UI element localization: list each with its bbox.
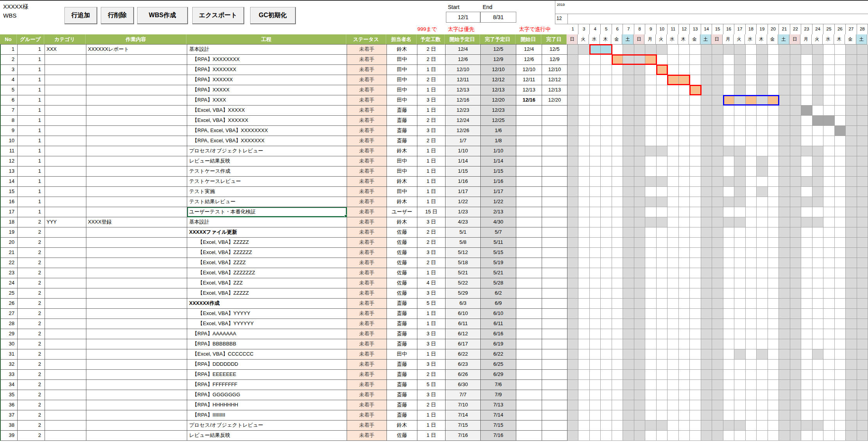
gantt-cell[interactable] [801,299,812,309]
gantt-cell[interactable] [623,309,634,319]
cell-plan-start[interactable]: 12/24 [446,116,481,126]
gantt-cell[interactable] [857,288,868,299]
gantt-cell[interactable] [634,95,645,106]
gantt-cell[interactable] [835,85,846,95]
gantt-cell[interactable] [823,410,834,421]
cell-plan-start[interactable]: 12/11 [446,75,481,85]
gantt-cell[interactable] [679,238,690,248]
gantt-cell[interactable] [578,268,589,278]
gantt-cell[interactable] [712,136,723,146]
cell-effort[interactable]: 2 日 [417,400,446,410]
gantt-cell[interactable] [768,370,779,380]
gantt-cell[interactable] [757,75,768,85]
cell-effort[interactable]: 1 日 [417,177,446,187]
gantt-cell[interactable] [712,390,723,400]
gantt-cell[interactable] [746,55,757,65]
gantt-cell[interactable] [835,248,846,258]
gantt-cell[interactable] [634,126,645,136]
cell-status[interactable]: 未着手 [347,136,387,146]
cell-work[interactable]: XXXX登録 [86,217,187,227]
gantt-cell[interactable] [723,349,734,360]
gantt-cell[interactable] [712,421,723,431]
cell-status[interactable]: 未着手 [347,329,387,339]
gantt-cell[interactable] [813,421,823,431]
cell-plan-start[interactable]: 5/21 [446,268,481,278]
gantt-cell[interactable] [813,248,823,258]
cell-group[interactable]: 1 [18,156,45,166]
cell-process[interactable]: 【RPA, Excel, VBA】XXXXXXXX [187,126,347,136]
gantt-cell[interactable] [790,136,801,146]
gantt-cell[interactable] [801,238,812,248]
gantt-cell[interactable] [857,65,868,75]
gantt-cell[interactable] [590,380,601,390]
gantt-cell[interactable] [790,248,801,258]
cell-actual-start[interactable] [516,166,542,177]
gantt-cell[interactable] [690,248,701,258]
gantt-cell[interactable] [623,360,634,370]
gantt-cell[interactable] [578,238,589,248]
gantt-cell[interactable] [645,400,656,410]
gantt-cell[interactable] [723,75,734,85]
cell-no[interactable]: 16 [1,197,18,207]
gantt-cell[interactable] [690,207,701,217]
gantt-cell[interactable] [690,217,701,227]
cell-status[interactable]: 未着手 [347,126,387,136]
cell-category[interactable] [45,288,86,299]
gantt-cell[interactable] [679,177,690,187]
gantt-cell[interactable] [679,55,690,65]
gantt-cell[interactable] [645,319,656,329]
gantt-cell[interactable] [601,299,612,309]
gantt-cell[interactable] [690,390,701,400]
cell-actual-end[interactable] [542,400,567,410]
gantt-cell[interactable] [657,146,668,156]
gantt-cell[interactable] [712,65,723,75]
cell-plan-end[interactable]: 6/11 [481,319,516,329]
gantt-cell[interactable] [590,329,601,339]
gantt-cell[interactable] [634,55,645,65]
cell-plan-end[interactable]: 1/8 [481,136,516,146]
cell-status[interactable]: 未着手 [347,45,387,55]
gantt-cell[interactable] [601,278,612,288]
gantt-cell[interactable] [779,227,790,238]
gantt-cell[interactable] [813,95,823,106]
gantt-cell[interactable] [590,146,601,156]
gantt-cell[interactable] [668,319,678,329]
cell-process[interactable]: 【Excel, VBA】CCCCCCC [187,349,347,360]
cell-category[interactable]: XXX [45,45,86,55]
gantt-cell[interactable] [612,360,623,370]
gantt-cell[interactable] [679,65,690,75]
gantt-cell[interactable] [857,238,868,248]
gantt-cell[interactable] [567,329,578,339]
gantt-cell[interactable] [846,431,857,441]
gantt-cell[interactable] [857,85,868,95]
cell-category[interactable] [45,268,86,278]
cell-category[interactable] [45,299,86,309]
gantt-cell[interactable] [645,370,656,380]
cell-work[interactable] [86,360,187,370]
gantt-cell[interactable] [823,431,834,441]
gantt-cell[interactable] [723,136,734,146]
gantt-cell[interactable] [813,136,823,146]
gantt-cell[interactable] [590,370,601,380]
cell-status[interactable]: 未着手 [347,380,387,390]
gantt-cell[interactable] [757,166,768,177]
cell-effort[interactable]: 15 日 [417,207,446,217]
cell-actual-end[interactable] [542,227,567,238]
gantt-cell[interactable] [857,217,868,227]
gantt-cell[interactable] [835,116,846,126]
gantt-cell[interactable] [612,85,623,95]
gantt-cell[interactable] [601,319,612,329]
cell-work[interactable] [86,410,187,421]
cell-status[interactable]: 未着手 [347,400,387,410]
gantt-cell[interactable] [590,116,601,126]
gantt-cell[interactable] [801,360,812,370]
gantt-cell[interactable] [601,55,612,65]
gantt-cell[interactable] [746,431,757,441]
cell-process[interactable]: テスト実施 [187,187,347,197]
gantt-cell[interactable] [645,75,656,85]
cell-assignee[interactable]: 佐藤 [387,431,417,441]
gantt-cell[interactable] [712,45,723,55]
cell-work[interactable] [86,278,187,288]
gantt-cell[interactable] [623,299,634,309]
gantt-cell[interactable] [813,146,823,156]
